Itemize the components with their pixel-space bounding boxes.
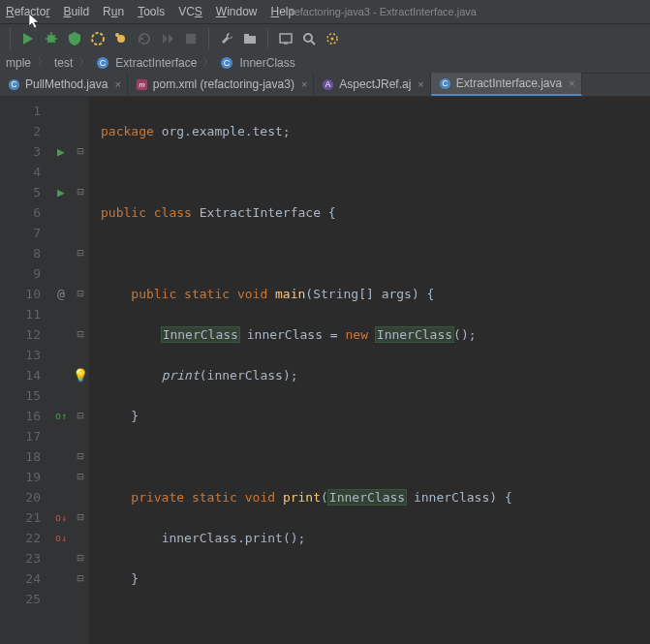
svg-line-5: [53, 35, 55, 37]
skip-icon[interactable]: [160, 31, 175, 46]
folder-icon[interactable]: [242, 31, 258, 46]
close-icon[interactable]: ×: [569, 77, 574, 89]
tab-label: pom.xml (refactoring-java3): [153, 77, 294, 91]
rerun-icon[interactable]: [137, 31, 152, 46]
svg-point-8: [92, 33, 104, 45]
wrench-icon[interactable]: [219, 31, 234, 46]
svg-line-4: [47, 35, 49, 37]
attach-icon[interactable]: [113, 31, 129, 46]
svg-point-19: [331, 37, 334, 40]
maven-icon: m: [136, 78, 148, 91]
fold-end-icon[interactable]: ⊟: [77, 568, 83, 589]
class-icon: C: [220, 56, 233, 70]
run-gutter-icon[interactable]: ▶: [57, 182, 65, 202]
toolbar: [0, 23, 650, 52]
tab-pullmethod[interactable]: C PullMethod.java ×: [0, 73, 128, 96]
class-icon: C: [439, 77, 451, 90]
code-area[interactable]: package org.example.test; public class E…: [89, 97, 650, 644]
profile-icon[interactable]: [90, 31, 106, 46]
fold-end-icon[interactable]: ⊟: [77, 548, 83, 568]
stop-icon[interactable]: [183, 31, 199, 46]
menubar: Refactor Build Run Tools VCS Window Help…: [0, 0, 650, 23]
close-icon[interactable]: ×: [301, 78, 307, 90]
svg-text:C: C: [442, 78, 448, 88]
svg-text:m: m: [139, 80, 144, 89]
bc-0[interactable]: mple: [6, 56, 31, 70]
override-up-icon[interactable]: o↑: [55, 406, 67, 426]
tab-label: ExtractInterface.java: [456, 77, 562, 90]
line-numbers: 1234567891011121314151617181920212223242…: [0, 97, 50, 644]
coverage-icon[interactable]: [67, 31, 82, 46]
menu-tools[interactable]: Tools: [138, 5, 165, 18]
svg-rect-11: [186, 34, 196, 44]
class-icon: C: [96, 56, 109, 70]
fold-end-icon[interactable]: ⊟: [77, 467, 83, 487]
bc-2[interactable]: ExtractInterface: [115, 56, 197, 70]
intention-bulb-icon[interactable]: 💡: [73, 365, 88, 385]
tab-extractinterface[interactable]: C ExtractInterface.java ×: [431, 73, 582, 96]
close-icon[interactable]: ×: [418, 78, 423, 90]
fold-end-icon[interactable]: ⊟: [77, 324, 83, 345]
fold-end-icon[interactable]: ⊟: [77, 446, 83, 467]
bc-3[interactable]: InnerClass: [239, 56, 294, 70]
svg-point-10: [115, 33, 119, 37]
svg-line-17: [311, 41, 315, 45]
screen-icon[interactable]: [278, 31, 294, 46]
svg-text:C: C: [224, 58, 231, 68]
svg-text:C: C: [100, 58, 107, 68]
fold-icon[interactable]: ⊟: [77, 182, 83, 202]
class-icon: C: [8, 78, 20, 91]
bc-1[interactable]: test: [54, 56, 73, 70]
debug-icon[interactable]: [44, 31, 59, 46]
gutter-icons: ▶ ▶ @ o↑ o↓ o↓: [50, 97, 72, 644]
svg-point-16: [304, 34, 312, 42]
breadcrumb: mple 〉 test 〉 C ExtractInterface 〉 C Inn…: [0, 52, 650, 74]
svg-line-7: [53, 41, 55, 43]
menu-window[interactable]: Window: [216, 5, 258, 18]
override-down-icon[interactable]: o↓: [55, 528, 67, 548]
svg-text:C: C: [11, 79, 16, 89]
fold-icon[interactable]: ⊟: [77, 141, 83, 162]
search-icon[interactable]: [301, 31, 317, 46]
svg-line-6: [47, 41, 49, 43]
window-title: refactoring-java3 - ExtractInterface.jav…: [291, 6, 477, 17]
fold-end-icon[interactable]: ⊟: [77, 243, 83, 263]
run-gutter-icon[interactable]: ▶: [57, 141, 65, 162]
aspect-icon: A: [322, 78, 334, 91]
svg-rect-14: [280, 34, 292, 43]
fold-gutter: ⊟ ⊟ ⊟ ⊟ ⊟ 💡 ⊟ ⊟ ⊟ ⊟ ⊟ ⊟: [72, 97, 89, 644]
tab-pom[interactable]: m pom.xml (refactoring-java3) ×: [128, 73, 314, 96]
menu-refactor[interactable]: Refactor: [6, 5, 49, 18]
fold-icon[interactable]: ⊟: [77, 507, 83, 528]
menu-build[interactable]: Build: [63, 5, 89, 18]
svg-rect-13: [244, 34, 249, 37]
fold-icon[interactable]: ⊟: [77, 284, 83, 304]
menu-run[interactable]: Run: [103, 5, 124, 18]
run-icon[interactable]: [20, 31, 36, 46]
tab-label: PullMethod.java: [25, 77, 108, 91]
recursive-icon: @: [57, 284, 65, 304]
svg-text:A: A: [325, 79, 331, 89]
svg-rect-12: [244, 36, 256, 44]
close-icon[interactable]: ×: [114, 78, 120, 90]
tab-aspectj[interactable]: A AspectJRef.aj ×: [314, 73, 430, 96]
inspect-icon[interactable]: [325, 31, 340, 46]
tab-label: AspectJRef.aj: [339, 77, 411, 91]
fold-icon[interactable]: ⊟: [77, 406, 83, 426]
override-down-icon[interactable]: o↓: [55, 507, 67, 528]
tabs: C PullMethod.java × m pom.xml (refactori…: [0, 74, 650, 97]
menu-vcs[interactable]: VCS: [178, 5, 202, 18]
editor: 1234567891011121314151617181920212223242…: [0, 97, 650, 644]
